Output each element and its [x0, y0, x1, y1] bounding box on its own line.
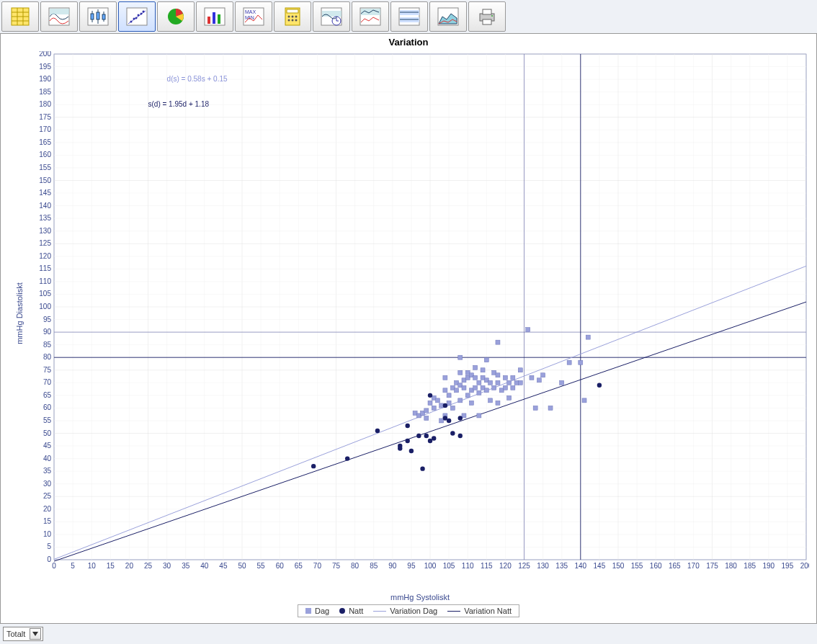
svg-rect-254 — [465, 393, 470, 398]
svg-rect-289 — [518, 368, 522, 372]
svg-rect-285 — [511, 385, 515, 390]
toolbar-pie[interactable] — [157, 1, 195, 32]
svg-point-303 — [375, 429, 380, 433]
printer-icon — [476, 6, 499, 27]
calculator-icon — [281, 6, 304, 27]
legend-label: Variation Dag — [390, 607, 437, 615]
svg-rect-272 — [488, 398, 493, 403]
svg-point-20 — [138, 14, 140, 17]
svg-text:195: 195 — [39, 63, 51, 71]
svg-point-311 — [424, 434, 429, 438]
toolbar-spreadsheet[interactable] — [1, 1, 39, 32]
svg-point-36 — [288, 19, 290, 22]
svg-rect-293 — [537, 378, 541, 383]
pie-icon — [164, 6, 187, 27]
chevron-down-icon — [30, 628, 41, 640]
svg-rect-294 — [541, 373, 545, 377]
svg-text:0: 0 — [52, 562, 56, 570]
svg-rect-273 — [488, 380, 493, 385]
svg-text:85: 85 — [43, 341, 52, 349]
svg-rect-299 — [582, 398, 586, 403]
regression-formula-dag: d(s) = 0.58s + 0.15 — [167, 75, 228, 83]
svg-text:170: 170 — [39, 125, 51, 133]
svg-text:95: 95 — [407, 562, 416, 570]
svg-text:65: 65 — [43, 391, 52, 399]
svg-rect-296 — [560, 380, 564, 385]
svg-rect-230 — [424, 416, 429, 420]
svg-point-34 — [292, 16, 294, 18]
view-selector-value: Totalt — [6, 630, 25, 638]
toolbar-waves[interactable] — [40, 1, 78, 32]
toolbar-clock[interactable] — [313, 1, 350, 32]
svg-text:165: 165 — [39, 138, 51, 146]
svg-text:175: 175 — [39, 113, 51, 121]
svg-rect-269 — [484, 388, 488, 393]
svg-rect-10 — [91, 14, 94, 19]
chart-panel: Variation mmHg Diastoliskt mmHg Systolis… — [0, 33, 817, 624]
regression-formula-natt: s(d) = 1.95d + 1.18 — [148, 100, 210, 108]
svg-point-33 — [288, 16, 290, 18]
svg-text:170: 170 — [687, 562, 700, 570]
toolbar-bars[interactable] — [196, 1, 233, 32]
svg-rect-235 — [435, 398, 439, 403]
svg-rect-268 — [481, 368, 485, 372]
svg-rect-284 — [507, 380, 512, 385]
svg-rect-295 — [548, 406, 553, 410]
toolbar-scatter[interactable] — [118, 1, 156, 32]
svg-rect-264 — [477, 390, 481, 395]
svg-text:60: 60 — [276, 562, 285, 570]
svg-point-305 — [398, 446, 402, 450]
svg-text:130: 130 — [39, 227, 51, 235]
svg-rect-241 — [447, 401, 451, 405]
svg-text:MIN: MIN — [245, 15, 254, 20]
svg-rect-243 — [450, 406, 455, 410]
toolbar-bands[interactable] — [390, 1, 428, 32]
svg-rect-265 — [477, 380, 481, 385]
toolbar-printer[interactable] — [468, 1, 506, 32]
svg-text:25: 25 — [144, 562, 153, 570]
svg-text:165: 165 — [669, 562, 681, 570]
toolbar-area[interactable] — [429, 1, 467, 32]
svg-text:0: 0 — [47, 555, 51, 563]
toolbar-box-plot[interactable] — [79, 1, 117, 32]
svg-rect-53 — [483, 9, 491, 14]
toolbar-multi-line[interactable] — [352, 1, 389, 32]
svg-text:30: 30 — [43, 480, 52, 488]
multi-line-icon — [359, 6, 382, 27]
toolbar-calculator[interactable] — [274, 1, 311, 32]
svg-text:150: 150 — [39, 176, 51, 184]
svg-text:120: 120 — [39, 252, 51, 260]
svg-point-314 — [432, 436, 436, 440]
scatter-icon — [125, 6, 148, 27]
svg-rect-40 — [322, 11, 341, 17]
toolbar-max-min[interactable]: MAXMIN — [235, 1, 272, 32]
svg-text:100: 100 — [424, 562, 437, 570]
svg-text:55: 55 — [43, 416, 52, 424]
svg-point-313 — [428, 393, 432, 398]
svg-point-302 — [345, 456, 349, 460]
svg-text:50: 50 — [238, 562, 246, 570]
svg-point-308 — [409, 449, 414, 453]
svg-rect-283 — [507, 395, 512, 400]
view-selector[interactable]: Totalt — [3, 627, 43, 641]
legend-item-natt: Natt — [339, 607, 363, 615]
svg-text:30: 30 — [163, 562, 171, 570]
svg-text:115: 115 — [481, 562, 493, 570]
svg-text:5: 5 — [71, 562, 75, 570]
svg-point-21 — [140, 13, 143, 15]
svg-rect-25 — [207, 17, 210, 24]
svg-text:160: 160 — [39, 151, 51, 158]
svg-rect-290 — [526, 328, 530, 332]
svg-point-307 — [405, 424, 409, 428]
circle-icon — [339, 608, 345, 614]
svg-text:75: 75 — [332, 562, 341, 570]
svg-rect-281 — [503, 385, 507, 390]
svg-text:200: 200 — [39, 51, 51, 58]
box-plot-icon — [86, 6, 110, 27]
svg-rect-276 — [496, 401, 500, 405]
svg-point-318 — [450, 431, 455, 435]
svg-rect-14 — [102, 14, 105, 19]
svg-rect-261 — [473, 375, 478, 380]
svg-rect-245 — [455, 388, 459, 393]
svg-text:45: 45 — [219, 562, 228, 570]
